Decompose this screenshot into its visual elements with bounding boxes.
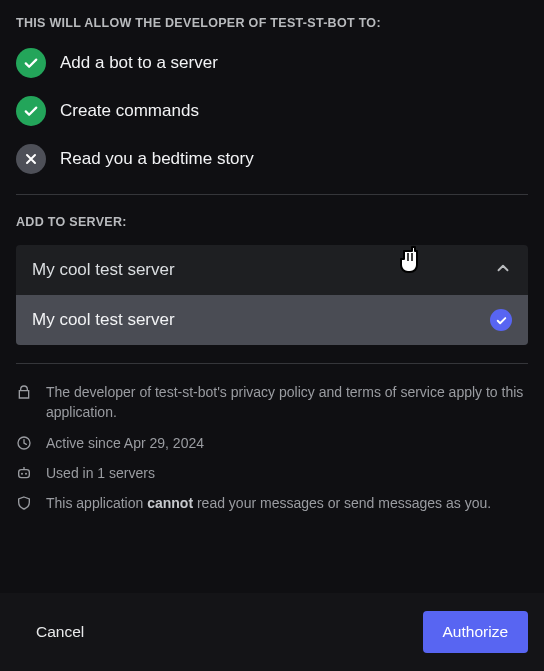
add-to-server-title: ADD TO SERVER: [16,215,528,229]
server-dropdown[interactable]: My cool test server My cool test server [16,245,528,345]
info-text: Active since Apr 29, 2024 [46,433,204,453]
cancel-button[interactable]: Cancel [20,613,100,651]
chevron-up-icon [494,259,512,281]
dropdown-selected-label: My cool test server [32,260,175,280]
divider [16,194,528,195]
svg-point-5 [25,473,27,475]
footer: Cancel Authorize [0,593,544,671]
svg-rect-3 [19,470,30,478]
allow-title: THIS WILL ALLOW THE DEVELOPER OF TEST-ST… [16,16,528,30]
divider [16,363,528,364]
permission-row: Create commands [16,96,528,126]
cursor-icon [394,245,424,281]
clock-icon [16,435,32,451]
permission-row: Read you a bedtime story [16,144,528,174]
info-text: This application cannot read your messag… [46,493,491,513]
permissions-list: Add a bot to a server Create commands Re… [16,48,528,174]
check-icon [16,96,46,126]
info-row-used: Used in 1 servers [16,463,528,483]
svg-point-4 [21,473,23,475]
permission-row: Add a bot to a server [16,48,528,78]
bot-icon [16,465,32,481]
info-text: The developer of test-st-bot's privacy p… [46,382,528,423]
info-row-active: Active since Apr 29, 2024 [16,433,528,453]
check-icon [16,48,46,78]
dropdown-option-label: My cool test server [32,310,175,330]
permission-label: Read you a bedtime story [60,149,254,169]
permission-label: Add a bot to a server [60,53,218,73]
lock-icon [16,384,32,400]
info-row-shield: This application cannot read your messag… [16,493,528,513]
authorize-button[interactable]: Authorize [423,611,528,653]
info-list: The developer of test-st-bot's privacy p… [16,382,528,513]
dropdown-selected[interactable]: My cool test server [16,245,528,295]
dropdown-option[interactable]: My cool test server [16,295,528,345]
x-icon [16,144,46,174]
info-row-privacy: The developer of test-st-bot's privacy p… [16,382,528,423]
permission-label: Create commands [60,101,199,121]
selected-check-icon [490,309,512,331]
shield-icon [16,495,32,511]
info-text: Used in 1 servers [46,463,155,483]
